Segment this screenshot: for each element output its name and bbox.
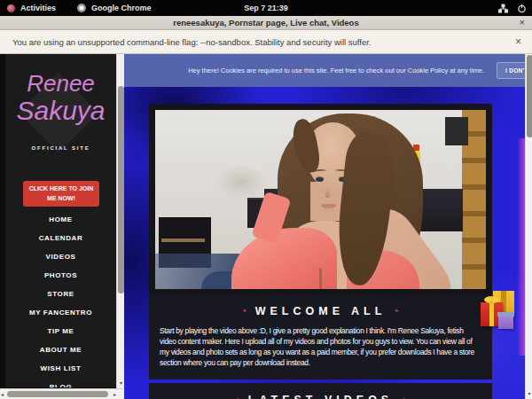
sidebar-item-store[interactable]: STORE [5,285,116,303]
chrome-infobar: You are using an unsupported command-lin… [0,30,532,54]
sidebar-horizontal-scrollbar-thumb[interactable] [7,391,108,397]
power-icon[interactable] [517,4,527,13]
sidebar-item-calendar[interactable]: CALENDAR [5,229,116,247]
page-viewport: Renee Sakuya OFFICIAL SITE CLICK HERE TO… [0,54,532,399]
sidebar-item-about-me[interactable]: ABOUT ME [5,340,116,359]
sidebar: Renee Sakuya OFFICIAL SITE CLICK HERE TO… [5,54,116,387]
gift-icon [498,312,513,329]
sidebar-item-videos[interactable]: VIDEOS [5,247,116,266]
shelf-box [445,117,468,145]
join-now-button[interactable]: CLICK HERE TO JOIN ME NOW! [23,181,99,207]
clock[interactable]: Sep 7 21:39 [0,4,532,12]
infobar-close-icon[interactable]: × [515,35,521,48]
latest-videos-panel: ✦ LATEST VIDEOS ✦ [149,383,492,399]
cookie-message: Hey there! Cookies are required to use t… [188,66,484,74]
welcome-panel: ✦ WELCOME ALL ✦ Start by playing the vid… [149,295,492,379]
desktop-screen: Activities Google Chrome Sep 7 21:39 ren… [0,0,532,399]
gnome-top-bar: Activities Google Chrome Sep 7 21:39 [0,0,532,16]
sparkle-icon: ✦ [394,308,399,315]
official-site-label: OFFICIAL SITE [5,145,116,151]
sidebar-horizontal-scrollbar[interactable]: ◂ ▸ [0,388,124,399]
sidebar-menu: HOME CALENDAR VIDEOS PHOTOS STORE MY FAN… [5,210,116,387]
webcam-video-still[interactable] [155,110,486,289]
sidebar-item-my-fancentro[interactable]: MY FANCENTRO [5,303,116,322]
site-logo[interactable]: Renee Sakuya [5,72,116,127]
scroll-right-arrow-icon[interactable]: ▸ [113,391,116,398]
latest-videos-title: LATEST VIDEOS [248,394,393,399]
scroll-left-arrow-icon[interactable]: ◂ [1,391,4,398]
welcome-text: Start by playing the video above :D, I g… [160,325,481,368]
welcome-title: WELCOME ALL [255,305,387,317]
window-title-bar[interactable]: reneesakuya, Pornstar page, Live chat, V… [0,16,532,30]
video-player[interactable] [149,104,492,295]
browser-vertical-scrollbar[interactable]: ▾ [525,54,532,399]
background-pink-glow [517,138,525,356]
cookie-accept-button[interactable]: I DON'T MIND COOKIES [497,62,525,79]
infobar-message: You are using an unsupported command-lin… [12,37,372,47]
sidebar-item-photos[interactable]: PHOTOS [5,266,116,285]
scroll-down-arrow-icon[interactable]: ▾ [526,391,532,396]
cookie-consent-bar: Hey there! Cookies are required to use t… [124,54,525,87]
sidebar-vertical-scrollbar[interactable]: ▾ [116,54,124,388]
sidebar-item-blog[interactable]: BLOG [5,378,116,387]
sidebar-item-tip-me[interactable]: TIP ME [5,322,116,340]
sidebar-item-wish-list[interactable]: WISH LIST [5,359,116,378]
browser-scrollbar-thumb[interactable] [527,55,532,137]
main-content-frame: ✦ WELCOME ALL ✦ Start by playing the vid… [124,54,525,399]
window-title: reneesakuya, Pornstar page, Live chat, V… [173,18,358,27]
network-icon[interactable] [498,4,508,13]
sidebar-frame: Renee Sakuya OFFICIAL SITE CLICK HERE TO… [0,54,124,399]
sidebar-vertical-scrollbar-thumb[interactable] [118,86,124,293]
window-close-button[interactable]: × [520,17,525,27]
sidebar-item-home[interactable]: HOME [5,210,116,229]
sparkle-icon: ✦ [242,308,247,315]
